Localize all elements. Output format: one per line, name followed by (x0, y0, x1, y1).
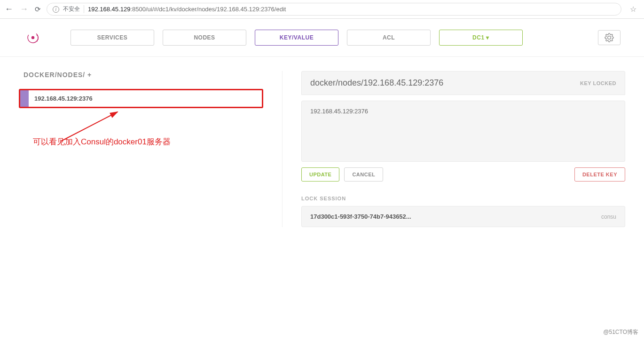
settings-button[interactable] (598, 30, 620, 45)
content-area: DOCKER/NODES/ + 192.168.45.129:2376 可以看见… (0, 62, 644, 237)
editor-button-row: UPDATE CANCEL DELETE KEY (301, 167, 625, 182)
gear-icon (605, 33, 614, 42)
key-path-title: docker/nodes/192.168.45.129:2376 (310, 78, 443, 88)
browser-toolbar: ← → ⟳ i 不安全 192.168.45.129:8500/ui/#/dc1… (0, 0, 644, 19)
nav-controls: ← → ⟳ (5, 4, 41, 14)
reload-icon[interactable]: ⟳ (35, 5, 41, 14)
update-button[interactable]: UPDATE (301, 167, 339, 182)
delete-key-button[interactable]: DELETE KEY (574, 167, 625, 182)
lock-session-item[interactable]: 17d300c1-593f-3750-74b7-943652... consu (301, 206, 625, 227)
left-column: DOCKER/NODES/ + 192.168.45.129:2376 可以看见… (19, 71, 282, 227)
svg-point-2 (37, 35, 38, 36)
info-icon[interactable]: i (53, 6, 59, 13)
cancel-button[interactable]: CANCEL (344, 167, 383, 182)
svg-point-1 (31, 36, 34, 39)
annotation-text: 可以看见加入Consul的docker01服务器 (19, 136, 263, 147)
svg-line-6 (61, 112, 118, 141)
tab-services[interactable]: SERVICES (71, 30, 154, 46)
forward-icon: → (20, 4, 28, 14)
svg-point-3 (38, 37, 39, 38)
back-icon[interactable]: ← (5, 4, 13, 14)
key-editor-header: docker/nodes/192.168.45.129:2376 KEY LOC… (301, 71, 625, 95)
right-column: docker/nodes/192.168.45.129:2376 KEY LOC… (282, 71, 625, 227)
key-item-label: 192.168.45.129:2376 (29, 90, 98, 107)
app-header: SERVICES NODES KEY/VALUE ACL DC1 ▾ (0, 19, 644, 57)
tab-keyvalue[interactable]: KEY/VALUE (255, 30, 338, 46)
url-bar[interactable]: i 不安全 192.168.45.129:8500/ui/#/dc1/kv/do… (47, 3, 621, 16)
page-content: SERVICES NODES KEY/VALUE ACL DC1 ▾ DOCKE… (0, 19, 644, 237)
lock-session-label: LOCK SESSION (301, 196, 625, 201)
insecure-label: 不安全 (63, 5, 84, 13)
breadcrumb[interactable]: DOCKER/NODES/ + (19, 71, 263, 79)
value-textarea[interactable]: 192.168.45.129:2376 (301, 101, 625, 162)
consul-logo-icon[interactable] (24, 28, 42, 47)
session-name: consu (601, 213, 616, 220)
bookmark-star-icon[interactable]: ☆ (627, 5, 639, 14)
url-text: 192.168.45.129:8500/ui/#/dc1/kv/docker/n… (88, 6, 286, 13)
key-list-item[interactable]: 192.168.45.129:2376 (19, 89, 263, 108)
tab-acl[interactable]: ACL (347, 30, 431, 46)
url-host: 192.168.45.129 (88, 6, 130, 13)
key-locked-badge: KEY LOCKED (580, 80, 616, 86)
annotation-arrow-icon (56, 108, 127, 146)
tab-dc-selector[interactable]: DC1 ▾ (439, 30, 523, 46)
nav-tabs: SERVICES NODES KEY/VALUE ACL DC1 ▾ (71, 30, 589, 46)
svg-point-5 (37, 40, 38, 41)
svg-point-4 (38, 39, 39, 40)
key-item-indicator (20, 90, 29, 107)
session-id: 17d300c1-593f-3750-74b7-943652... (310, 213, 411, 220)
url-path: :8500/ui/#/dc1/kv/docker/nodes/192.168.4… (130, 6, 286, 13)
tab-nodes[interactable]: NODES (163, 30, 246, 46)
